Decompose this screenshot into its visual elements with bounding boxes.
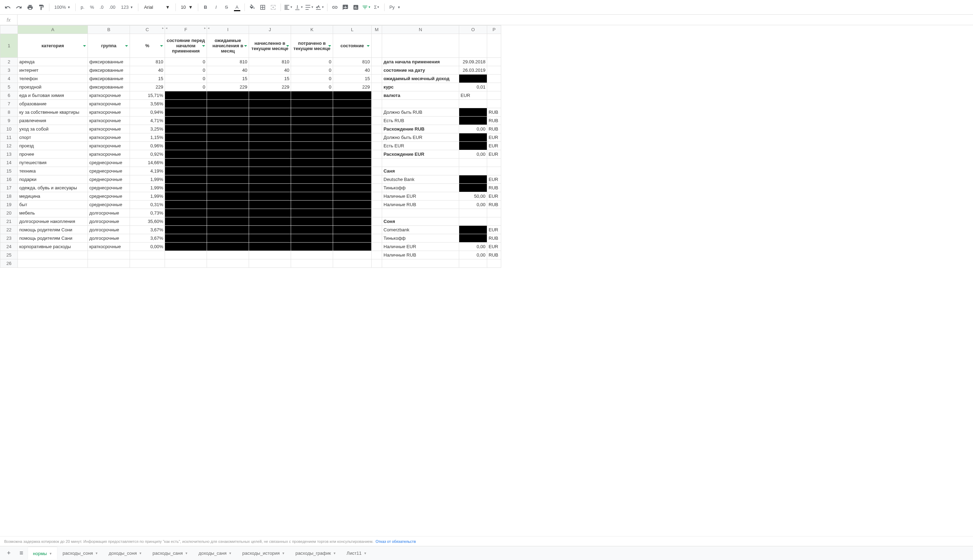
- column-header-O[interactable]: O: [459, 25, 487, 34]
- format-currency-button[interactable]: р.: [79, 5, 87, 10]
- cell-J7[interactable]: [249, 100, 291, 108]
- cell-A5[interactable]: проездной: [18, 83, 88, 92]
- cell-M7[interactable]: [372, 100, 382, 108]
- cell-C3[interactable]: 40: [130, 66, 165, 75]
- cell-N12[interactable]: Есть EUR: [382, 142, 459, 150]
- cell-J2[interactable]: 810: [249, 58, 291, 66]
- cell-C7[interactable]: 3,56%: [130, 100, 165, 108]
- text-wrap-button[interactable]: ▼: [305, 3, 314, 12]
- cell-F6[interactable]: [165, 92, 207, 100]
- cell-A2[interactable]: аренда: [18, 58, 88, 66]
- cell-B3[interactable]: фиксированные: [88, 66, 130, 75]
- borders-button[interactable]: [258, 3, 267, 12]
- cell-M20[interactable]: [372, 209, 382, 217]
- cell-M26[interactable]: [372, 259, 382, 268]
- cell-F20[interactable]: [165, 209, 207, 217]
- cell-P9[interactable]: RUB: [487, 117, 501, 125]
- cell-I20[interactable]: [207, 209, 249, 217]
- row-header-5[interactable]: 5: [0, 83, 18, 92]
- cell-O24[interactable]: 0,00: [459, 243, 487, 251]
- column-header-A[interactable]: A: [18, 25, 88, 34]
- cell-C1[interactable]: %⏷: [130, 34, 165, 58]
- cell-A25[interactable]: [18, 251, 88, 259]
- cell-I18[interactable]: [207, 192, 249, 200]
- cell-F10[interactable]: [165, 125, 207, 133]
- cell-J12[interactable]: [249, 142, 291, 150]
- cell-J15[interactable]: [249, 167, 291, 175]
- cell-N25[interactable]: Наличные RUB: [382, 251, 459, 259]
- cell-A17[interactable]: одежда, обувь и аксесуары: [18, 184, 88, 192]
- cell-C9[interactable]: 4,71%: [130, 117, 165, 125]
- cell-L24[interactable]: [333, 243, 372, 251]
- cell-B5[interactable]: фиксированные: [88, 83, 130, 92]
- cell-A24[interactable]: корпоративные расходы: [18, 243, 88, 251]
- cell-A19[interactable]: быт: [18, 200, 88, 209]
- cell-N14[interactable]: [382, 158, 459, 167]
- cell-I14[interactable]: [207, 158, 249, 167]
- cell-O26[interactable]: [459, 259, 487, 268]
- cell-K26[interactable]: [291, 259, 333, 268]
- cell-P20[interactable]: [487, 209, 501, 217]
- cell-L20[interactable]: [333, 209, 372, 217]
- cell-K21[interactable]: [291, 217, 333, 226]
- cell-K18[interactable]: [291, 192, 333, 200]
- cell-C5[interactable]: 229: [130, 83, 165, 92]
- cell-P15[interactable]: [487, 167, 501, 175]
- insert-chart-button[interactable]: [351, 3, 360, 12]
- sheet-tab-доходы_соня[interactable]: доходы_соня▼: [104, 547, 147, 560]
- cell-O12[interactable]: [459, 142, 487, 150]
- cell-O8[interactable]: [459, 108, 487, 117]
- format-decrease-decimal-button[interactable]: .0: [98, 5, 106, 10]
- cell-F25[interactable]: [165, 251, 207, 259]
- cell-A13[interactable]: прочее: [18, 150, 88, 158]
- cell-O19[interactable]: 0,00: [459, 200, 487, 209]
- cell-K4[interactable]: 0: [291, 75, 333, 83]
- sheet-tab-расходы_соня[interactable]: расходы_соня▼: [58, 547, 103, 560]
- cell-K3[interactable]: 0: [291, 66, 333, 75]
- cell-A22[interactable]: помощь родителям Сони: [18, 226, 88, 234]
- cell-L1[interactable]: состояние⏷: [333, 34, 372, 58]
- cell-O13[interactable]: 0,00: [459, 150, 487, 158]
- functions-button[interactable]: Σ▼: [372, 3, 381, 12]
- cell-F12[interactable]: [165, 142, 207, 150]
- font-size-select[interactable]: 10 ▼: [179, 5, 195, 10]
- cell-A21[interactable]: долгосрочные накопления: [18, 217, 88, 226]
- cell-B21[interactable]: долгосрочные: [88, 217, 130, 226]
- cell-O17[interactable]: [459, 184, 487, 192]
- cell-O21[interactable]: [459, 217, 487, 226]
- filter-icon[interactable]: ⏷: [244, 44, 247, 48]
- column-header-C[interactable]: C▸: [130, 25, 165, 34]
- row-header-23[interactable]: 23: [0, 234, 18, 243]
- cell-B10[interactable]: краткосрочные: [88, 125, 130, 133]
- sheet-tab-доходы_саня[interactable]: доходы_саня▼: [194, 547, 237, 560]
- cell-J10[interactable]: [249, 125, 291, 133]
- cell-M13[interactable]: [372, 150, 382, 158]
- cell-I10[interactable]: [207, 125, 249, 133]
- cell-L7[interactable]: [333, 100, 372, 108]
- column-header-I[interactable]: I◂: [207, 25, 249, 34]
- cell-F21[interactable]: [165, 217, 207, 226]
- cell-N7[interactable]: [382, 100, 459, 108]
- row-header-1[interactable]: 1: [0, 34, 18, 58]
- cell-K23[interactable]: [291, 234, 333, 243]
- cell-K11[interactable]: [291, 133, 333, 142]
- cell-F2[interactable]: 0: [165, 58, 207, 66]
- cell-N10[interactable]: Расхождение RUB: [382, 125, 459, 133]
- cell-M12[interactable]: [372, 142, 382, 150]
- row-header-2[interactable]: 2: [0, 58, 18, 66]
- cell-J13[interactable]: [249, 150, 291, 158]
- cell-C21[interactable]: 35,60%: [130, 217, 165, 226]
- cell-F9[interactable]: [165, 117, 207, 125]
- row-header-22[interactable]: 22: [0, 226, 18, 234]
- cell-J19[interactable]: [249, 200, 291, 209]
- cell-P3[interactable]: [487, 66, 501, 75]
- format-more-select[interactable]: 123▼: [119, 5, 135, 10]
- cell-C20[interactable]: 0,73%: [130, 209, 165, 217]
- cell-J23[interactable]: [249, 234, 291, 243]
- cell-L2[interactable]: 810: [333, 58, 372, 66]
- cell-O5[interactable]: 0,01: [459, 83, 487, 92]
- cell-K14[interactable]: [291, 158, 333, 167]
- cell-M14[interactable]: [372, 158, 382, 167]
- row-header-16[interactable]: 16: [0, 175, 18, 184]
- all-sheets-button[interactable]: ≡: [15, 547, 27, 559]
